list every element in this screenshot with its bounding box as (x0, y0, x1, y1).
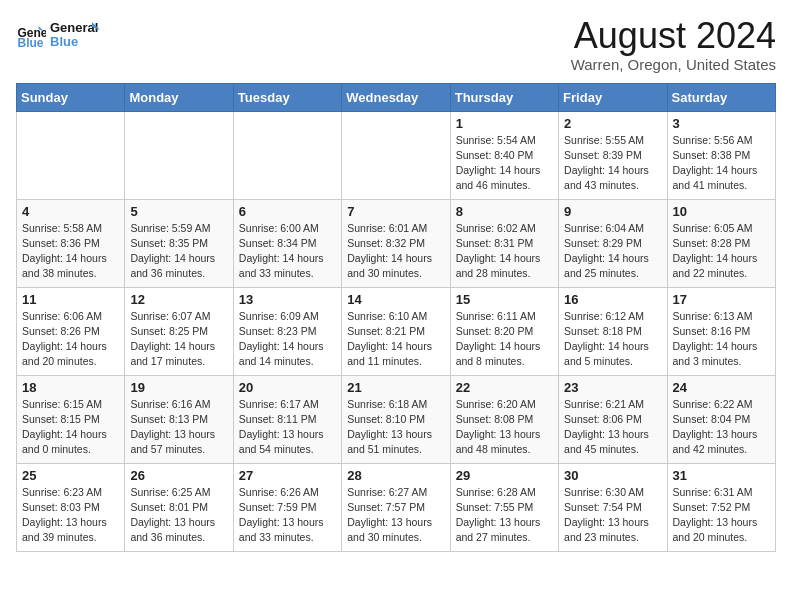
day-number: 15 (456, 292, 553, 307)
day-number: 24 (673, 380, 770, 395)
month-title: August 2024 (571, 16, 776, 56)
calendar-body: 1Sunrise: 5:54 AMSunset: 8:40 PMDaylight… (17, 111, 776, 551)
day-info: Sunrise: 6:04 AMSunset: 8:29 PMDaylight:… (564, 221, 661, 282)
calendar-cell: 22Sunrise: 6:20 AMSunset: 8:08 PMDayligh… (450, 375, 558, 463)
calendar-cell: 15Sunrise: 6:11 AMSunset: 8:20 PMDayligh… (450, 287, 558, 375)
day-info: Sunrise: 6:23 AMSunset: 8:03 PMDaylight:… (22, 485, 119, 546)
calendar-cell: 12Sunrise: 6:07 AMSunset: 8:25 PMDayligh… (125, 287, 233, 375)
calendar-cell: 18Sunrise: 6:15 AMSunset: 8:15 PMDayligh… (17, 375, 125, 463)
calendar-table: SundayMondayTuesdayWednesdayThursdayFrid… (16, 83, 776, 552)
logo-graphic: General Blue (50, 16, 100, 54)
calendar-week-3: 11Sunrise: 6:06 AMSunset: 8:26 PMDayligh… (17, 287, 776, 375)
day-info: Sunrise: 6:01 AMSunset: 8:32 PMDaylight:… (347, 221, 444, 282)
day-number: 23 (564, 380, 661, 395)
calendar-cell: 26Sunrise: 6:25 AMSunset: 8:01 PMDayligh… (125, 463, 233, 551)
calendar-cell (17, 111, 125, 199)
day-info: Sunrise: 6:21 AMSunset: 8:06 PMDaylight:… (564, 397, 661, 458)
logo: General Blue General Blue (16, 16, 100, 54)
day-number: 26 (130, 468, 227, 483)
calendar-cell: 7Sunrise: 6:01 AMSunset: 8:32 PMDaylight… (342, 199, 450, 287)
day-info: Sunrise: 6:28 AMSunset: 7:55 PMDaylight:… (456, 485, 553, 546)
logo-icon: General Blue (16, 20, 46, 50)
day-info: Sunrise: 5:55 AMSunset: 8:39 PMDaylight:… (564, 133, 661, 194)
day-info: Sunrise: 6:05 AMSunset: 8:28 PMDaylight:… (673, 221, 770, 282)
day-number: 2 (564, 116, 661, 131)
day-number: 22 (456, 380, 553, 395)
calendar-cell: 5Sunrise: 5:59 AMSunset: 8:35 PMDaylight… (125, 199, 233, 287)
day-number: 21 (347, 380, 444, 395)
day-number: 12 (130, 292, 227, 307)
day-info: Sunrise: 6:02 AMSunset: 8:31 PMDaylight:… (456, 221, 553, 282)
day-info: Sunrise: 6:06 AMSunset: 8:26 PMDaylight:… (22, 309, 119, 370)
day-info: Sunrise: 6:16 AMSunset: 8:13 PMDaylight:… (130, 397, 227, 458)
calendar-week-5: 25Sunrise: 6:23 AMSunset: 8:03 PMDayligh… (17, 463, 776, 551)
day-info: Sunrise: 6:15 AMSunset: 8:15 PMDaylight:… (22, 397, 119, 458)
svg-text:Blue: Blue (18, 36, 44, 50)
day-info: Sunrise: 6:18 AMSunset: 8:10 PMDaylight:… (347, 397, 444, 458)
day-header-wednesday: Wednesday (342, 83, 450, 111)
title-block: August 2024 Warren, Oregon, United State… (571, 16, 776, 73)
day-number: 17 (673, 292, 770, 307)
day-info: Sunrise: 6:07 AMSunset: 8:25 PMDaylight:… (130, 309, 227, 370)
day-number: 30 (564, 468, 661, 483)
day-number: 14 (347, 292, 444, 307)
day-info: Sunrise: 6:00 AMSunset: 8:34 PMDaylight:… (239, 221, 336, 282)
svg-text:Blue: Blue (50, 34, 78, 49)
calendar-cell: 14Sunrise: 6:10 AMSunset: 8:21 PMDayligh… (342, 287, 450, 375)
day-info: Sunrise: 5:54 AMSunset: 8:40 PMDaylight:… (456, 133, 553, 194)
day-number: 6 (239, 204, 336, 219)
calendar-cell: 23Sunrise: 6:21 AMSunset: 8:06 PMDayligh… (559, 375, 667, 463)
calendar-cell: 9Sunrise: 6:04 AMSunset: 8:29 PMDaylight… (559, 199, 667, 287)
day-header-friday: Friday (559, 83, 667, 111)
day-number: 20 (239, 380, 336, 395)
day-number: 19 (130, 380, 227, 395)
day-number: 31 (673, 468, 770, 483)
calendar-cell: 29Sunrise: 6:28 AMSunset: 7:55 PMDayligh… (450, 463, 558, 551)
day-header-monday: Monday (125, 83, 233, 111)
calendar-cell: 17Sunrise: 6:13 AMSunset: 8:16 PMDayligh… (667, 287, 775, 375)
calendar-cell: 2Sunrise: 5:55 AMSunset: 8:39 PMDaylight… (559, 111, 667, 199)
calendar-cell (342, 111, 450, 199)
calendar-cell: 8Sunrise: 6:02 AMSunset: 8:31 PMDaylight… (450, 199, 558, 287)
calendar-cell: 27Sunrise: 6:26 AMSunset: 7:59 PMDayligh… (233, 463, 341, 551)
day-info: Sunrise: 6:25 AMSunset: 8:01 PMDaylight:… (130, 485, 227, 546)
day-number: 3 (673, 116, 770, 131)
day-number: 1 (456, 116, 553, 131)
calendar-cell: 4Sunrise: 5:58 AMSunset: 8:36 PMDaylight… (17, 199, 125, 287)
day-number: 10 (673, 204, 770, 219)
location: Warren, Oregon, United States (571, 56, 776, 73)
calendar-cell: 28Sunrise: 6:27 AMSunset: 7:57 PMDayligh… (342, 463, 450, 551)
day-header-thursday: Thursday (450, 83, 558, 111)
calendar-week-1: 1Sunrise: 5:54 AMSunset: 8:40 PMDaylight… (17, 111, 776, 199)
day-number: 28 (347, 468, 444, 483)
day-info: Sunrise: 6:22 AMSunset: 8:04 PMDaylight:… (673, 397, 770, 458)
day-header-saturday: Saturday (667, 83, 775, 111)
calendar-cell: 31Sunrise: 6:31 AMSunset: 7:52 PMDayligh… (667, 463, 775, 551)
day-info: Sunrise: 5:58 AMSunset: 8:36 PMDaylight:… (22, 221, 119, 282)
day-info: Sunrise: 6:30 AMSunset: 7:54 PMDaylight:… (564, 485, 661, 546)
day-header-tuesday: Tuesday (233, 83, 341, 111)
day-header-sunday: Sunday (17, 83, 125, 111)
day-number: 9 (564, 204, 661, 219)
calendar-cell: 16Sunrise: 6:12 AMSunset: 8:18 PMDayligh… (559, 287, 667, 375)
day-info: Sunrise: 5:56 AMSunset: 8:38 PMDaylight:… (673, 133, 770, 194)
calendar-cell: 20Sunrise: 6:17 AMSunset: 8:11 PMDayligh… (233, 375, 341, 463)
day-info: Sunrise: 5:59 AMSunset: 8:35 PMDaylight:… (130, 221, 227, 282)
calendar-cell: 1Sunrise: 5:54 AMSunset: 8:40 PMDaylight… (450, 111, 558, 199)
calendar-week-4: 18Sunrise: 6:15 AMSunset: 8:15 PMDayligh… (17, 375, 776, 463)
calendar-cell (233, 111, 341, 199)
day-number: 4 (22, 204, 119, 219)
day-number: 5 (130, 204, 227, 219)
day-info: Sunrise: 6:31 AMSunset: 7:52 PMDaylight:… (673, 485, 770, 546)
day-number: 13 (239, 292, 336, 307)
calendar-week-2: 4Sunrise: 5:58 AMSunset: 8:36 PMDaylight… (17, 199, 776, 287)
calendar-cell: 3Sunrise: 5:56 AMSunset: 8:38 PMDaylight… (667, 111, 775, 199)
calendar-cell: 11Sunrise: 6:06 AMSunset: 8:26 PMDayligh… (17, 287, 125, 375)
day-info: Sunrise: 6:11 AMSunset: 8:20 PMDaylight:… (456, 309, 553, 370)
calendar-cell: 24Sunrise: 6:22 AMSunset: 8:04 PMDayligh… (667, 375, 775, 463)
calendar-cell: 13Sunrise: 6:09 AMSunset: 8:23 PMDayligh… (233, 287, 341, 375)
day-info: Sunrise: 6:27 AMSunset: 7:57 PMDaylight:… (347, 485, 444, 546)
day-info: Sunrise: 6:10 AMSunset: 8:21 PMDaylight:… (347, 309, 444, 370)
calendar-cell: 10Sunrise: 6:05 AMSunset: 8:28 PMDayligh… (667, 199, 775, 287)
calendar-cell: 25Sunrise: 6:23 AMSunset: 8:03 PMDayligh… (17, 463, 125, 551)
